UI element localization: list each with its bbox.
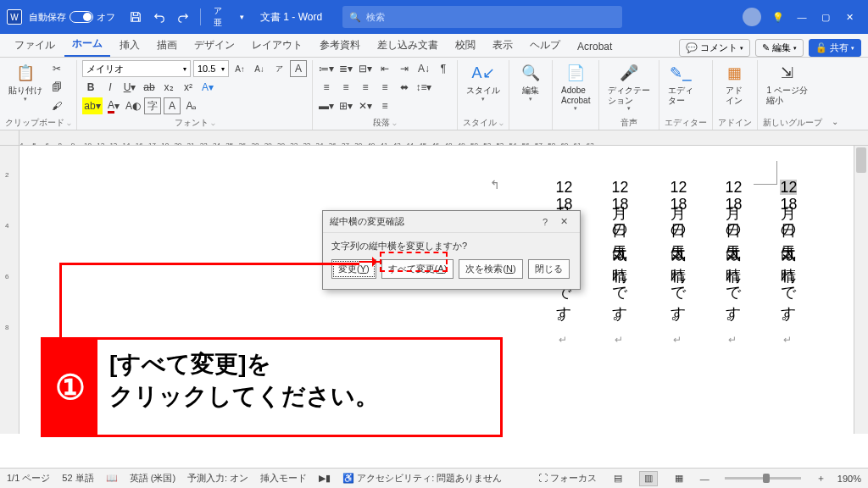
subscript-button[interactable]: x₂ xyxy=(160,79,177,96)
text-effects-button[interactable]: A▾ xyxy=(199,79,216,96)
tab-draw[interactable]: 描画 xyxy=(149,34,185,57)
search-box[interactable]: 🔍 検索 xyxy=(342,6,622,28)
focus-mode-button[interactable]: ⛶ フォーカス xyxy=(538,472,597,485)
convert-button[interactable]: ≡ xyxy=(376,97,393,114)
char-border-button[interactable]: A xyxy=(290,60,307,77)
align-center-button[interactable]: ≡ xyxy=(337,79,354,96)
print-layout-button[interactable]: ▥ xyxy=(639,471,658,486)
underline-button[interactable]: U▾ xyxy=(121,79,138,96)
asian-layout-button[interactable]: ✕▾ xyxy=(357,97,374,114)
tab-references[interactable]: 参考資料 xyxy=(312,34,368,57)
dialog-close-button[interactable]: ✕ xyxy=(554,216,573,227)
tab-file[interactable]: ファイル xyxy=(7,34,63,57)
phonetic-button[interactable]: ア亜 xyxy=(207,6,229,28)
bold-button[interactable]: B xyxy=(82,79,99,96)
tab-mailings[interactable]: 差し込み文書 xyxy=(370,34,446,57)
increase-font-button[interactable]: A↑ xyxy=(231,60,248,77)
collapse-ribbon-button[interactable]: ⌄ xyxy=(832,117,838,126)
tab-insert[interactable]: 挿入 xyxy=(112,34,147,57)
language-status[interactable]: 英語 (米国) xyxy=(130,472,175,485)
numbering-button[interactable]: ≣▾ xyxy=(337,60,354,77)
justify-button[interactable]: ≡ xyxy=(376,79,393,96)
dialog-help-button[interactable]: ? xyxy=(536,217,554,227)
distribute-button[interactable]: ⬌ xyxy=(396,79,413,96)
accessibility-status[interactable]: ♿ アクセシビリティ: 問題ありません xyxy=(342,472,502,485)
shrink-page-button[interactable]: ⇲1 ページ分 縮小 xyxy=(763,60,810,107)
vertical-scrollbar[interactable] xyxy=(854,146,868,434)
align-right-button[interactable]: ≡ xyxy=(357,79,374,96)
account-avatar[interactable] xyxy=(743,8,761,26)
find-next-button[interactable]: 次を検索(N) xyxy=(459,259,522,279)
font-name-combo[interactable]: メイリオ▾ xyxy=(82,60,191,77)
tab-review[interactable]: 校閲 xyxy=(448,34,483,57)
change-all-button[interactable]: すべて変更(A) xyxy=(381,259,454,279)
editing-mode-button[interactable]: ✎ 編集 ▾ xyxy=(755,39,804,57)
multilevel-list-button[interactable]: ⊟▾ xyxy=(357,60,374,77)
line-spacing-button[interactable]: ↕≡▾ xyxy=(415,79,432,96)
autosave-toggle[interactable]: 自動保存 オフ xyxy=(29,11,115,24)
borders-button[interactable]: ⊞▾ xyxy=(337,97,354,114)
undo-button[interactable] xyxy=(148,6,170,28)
save-button[interactable] xyxy=(125,6,147,28)
read-mode-button[interactable]: ▤ xyxy=(609,471,627,486)
copy-button[interactable]: 🗐 xyxy=(48,79,65,96)
zoom-out-button[interactable]: ― xyxy=(700,474,709,484)
vertical-ruler[interactable]: 2468 xyxy=(0,146,19,434)
horizontal-ruler[interactable]: 4568910121314161718202122242526282930323… xyxy=(0,130,868,146)
tab-acrobat[interactable]: Acrobat xyxy=(570,36,620,57)
format-painter-button[interactable]: 🖌 xyxy=(48,97,65,114)
font-color-button[interactable]: A▾ xyxy=(105,97,122,114)
show-marks-button[interactable]: ¶ xyxy=(435,60,452,77)
char-shading-button[interactable]: A◐ xyxy=(125,97,142,114)
tab-layout[interactable]: レイアウト xyxy=(244,34,310,57)
find-button[interactable]: 🔍編集▾ xyxy=(515,60,547,104)
scrollbar-thumb[interactable] xyxy=(856,147,866,173)
decrease-font-button[interactable]: A↓ xyxy=(251,60,268,77)
macro-icon[interactable]: ▶▮ xyxy=(319,473,331,484)
maximize-button[interactable]: ▢ xyxy=(815,6,837,28)
italic-button[interactable]: I xyxy=(102,79,119,96)
qat-more-button[interactable]: ▾ xyxy=(231,6,253,28)
zoom-slider[interactable] xyxy=(725,477,801,480)
increase-indent-button[interactable]: ⇥ xyxy=(396,60,413,77)
web-layout-button[interactable]: ▦ xyxy=(670,471,688,486)
enclose-char-button[interactable]: 字 xyxy=(144,97,161,114)
align-left-button[interactable]: ≡ xyxy=(318,79,335,96)
shading-button[interactable]: ▬▾ xyxy=(318,97,335,114)
predict-status[interactable]: 予測入力: オン xyxy=(187,472,248,485)
redo-button[interactable] xyxy=(172,6,194,28)
highlight-button[interactable]: ab▾ xyxy=(82,97,103,114)
strikethrough-button[interactable]: ab xyxy=(141,79,158,96)
dictation-button[interactable]: 🎤ディクテー ション▾ xyxy=(604,60,654,114)
decrease-indent-button[interactable]: ⇤ xyxy=(376,60,393,77)
cut-button[interactable]: ✂ xyxy=(48,60,65,77)
minimize-button[interactable]: ― xyxy=(791,6,813,28)
superscript-button[interactable]: x² xyxy=(180,79,197,96)
char-scale-button[interactable]: A xyxy=(164,97,181,114)
word-count[interactable]: 52 単語 xyxy=(62,472,93,485)
spellcheck-icon[interactable]: 📖 xyxy=(106,473,118,484)
share-button[interactable]: 🔓 共有 ▾ xyxy=(809,39,861,57)
addins-button[interactable]: ▦アド イン xyxy=(718,60,750,107)
dialog-close-text-button[interactable]: 閉じる xyxy=(528,259,570,279)
insert-mode-status[interactable]: 挿入モード xyxy=(260,472,307,485)
tab-home[interactable]: ホーム xyxy=(64,32,110,57)
zoom-in-button[interactable]: ＋ xyxy=(816,472,826,485)
zoom-level[interactable]: 190% xyxy=(837,474,861,484)
page-count[interactable]: 1/1 ページ xyxy=(7,472,50,485)
phonetic-guide-button[interactable]: ア xyxy=(270,60,287,77)
tab-view[interactable]: 表示 xyxy=(485,34,520,57)
comments-button[interactable]: 💬 コメント ▾ xyxy=(679,39,750,57)
editor-button[interactable]: ✎⎯エディ ター xyxy=(665,60,697,107)
acrobat-button[interactable]: 📄Adobe Acrobat▾ xyxy=(558,60,593,114)
sort-button[interactable]: A↓ xyxy=(415,60,432,77)
paste-button[interactable]: 📋貼り付け▾ xyxy=(5,60,46,104)
tab-help[interactable]: ヘルプ xyxy=(522,34,568,57)
tab-design[interactable]: デザイン xyxy=(186,34,242,57)
bullets-button[interactable]: ≔▾ xyxy=(318,60,335,77)
font-size-combo[interactable]: 10.5▾ xyxy=(193,60,229,77)
close-button[interactable]: ✕ xyxy=(838,6,860,28)
styles-button[interactable]: A↙スタイル▾ xyxy=(463,60,504,104)
help-button[interactable]: 💡 xyxy=(767,6,789,28)
clear-format-button[interactable]: Aₐ xyxy=(183,97,200,114)
